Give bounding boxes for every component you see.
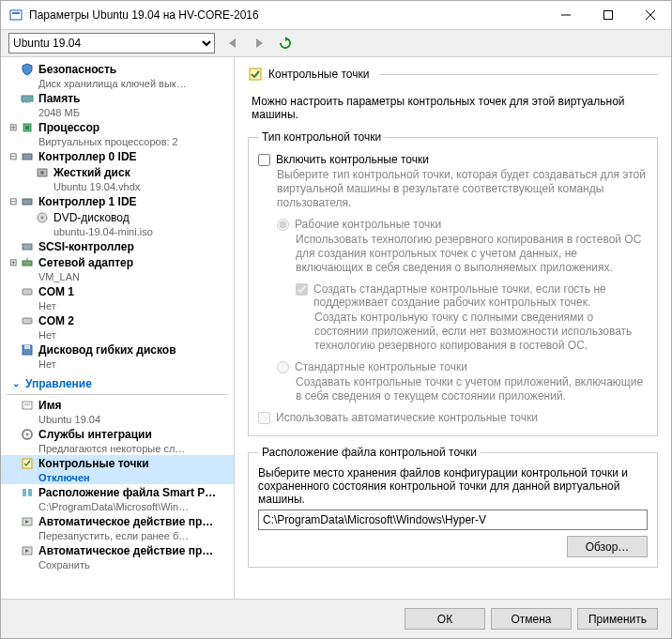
checkpoint-type-fieldset: Тип контрольной точки Включить контрольн… xyxy=(248,130,658,436)
tree-item[interactable]: DVD-дисководubuntu-19.04-mini.iso xyxy=(1,209,234,238)
tree-label: Автоматическое действие пр… xyxy=(38,544,213,557)
tree-item[interactable]: Дисковод гибких дисковНет xyxy=(1,342,234,371)
standard-checkpoints-row: Стандартные контрольные точки xyxy=(277,360,648,373)
expander-icon[interactable]: ⊞ xyxy=(7,122,20,132)
ok-button[interactable]: ОК xyxy=(405,608,485,630)
tree-row[interactable]: DVD-дисковод xyxy=(1,209,234,225)
tree-item[interactable]: Автоматическое действие пр…Перезапустить… xyxy=(1,513,234,542)
tree-row[interactable]: Автоматическое действие пр… xyxy=(1,513,234,529)
cancel-button[interactable]: Отмена xyxy=(491,608,572,630)
tree-row[interactable]: Безопасность xyxy=(1,61,234,77)
tree-row[interactable]: ⊟Контроллер 0 IDE xyxy=(1,148,234,164)
tree-sublabel: VM_LAN xyxy=(1,270,234,283)
sidebar[interactable]: БезопасностьДиск хранилища ключей вык…Па… xyxy=(1,57,235,599)
tree-row[interactable]: COM 2 xyxy=(1,312,234,328)
tree-label: Жесткий диск xyxy=(53,166,130,179)
tree-item[interactable]: БезопасностьДиск хранилища ключей вык… xyxy=(1,61,234,90)
management-section-header[interactable]: ⌄Управление xyxy=(7,373,228,395)
main-header: Контрольные точки xyxy=(248,67,658,82)
refresh-icon[interactable] xyxy=(277,35,294,52)
tree-label: Сетевой адаптер xyxy=(38,256,133,269)
tree-row[interactable]: COM 1 xyxy=(1,283,234,299)
expander-icon[interactable]: ⊟ xyxy=(7,196,20,206)
vm-select[interactable]: Ubuntu 19.04 xyxy=(8,33,215,53)
svg-rect-14 xyxy=(25,126,29,129)
tree-label: Память xyxy=(38,92,80,105)
tree-row[interactable]: Память xyxy=(1,90,234,106)
tree-label: Службы интеграции xyxy=(38,428,152,441)
tree-item[interactable]: Автоматическое действие пр…Сохранить xyxy=(1,542,234,571)
tree-row[interactable]: Жесткий диск xyxy=(1,164,234,180)
enable-checkpoints-row[interactable]: Включить контрольные точки xyxy=(258,153,648,166)
working-checkpoints-radio xyxy=(277,219,289,231)
tree-row[interactable]: ⊞Сетевой адаптер xyxy=(1,254,234,270)
section-label: Управление xyxy=(25,377,92,390)
svg-rect-9 xyxy=(22,96,33,101)
dvd-icon xyxy=(35,210,50,225)
tree-sublabel: Виртуальных процессоров: 2 xyxy=(1,135,234,148)
tree-item[interactable]: ⊟Контроллер 0 IDE xyxy=(1,148,234,164)
nav-back-icon[interactable] xyxy=(224,35,241,52)
tree-row[interactable]: SCSI-контроллер xyxy=(1,238,234,254)
tree-item[interactable]: COM 1Нет xyxy=(1,283,234,312)
smart-icon xyxy=(20,485,35,500)
tree-label: COM 2 xyxy=(38,314,74,327)
svg-rect-34 xyxy=(28,489,32,496)
expander-icon[interactable]: ⊟ xyxy=(7,151,20,161)
svg-rect-3 xyxy=(603,11,612,20)
svg-point-17 xyxy=(40,171,44,175)
tree-item[interactable]: ИмяUbuntu 19.04 xyxy=(1,397,234,426)
svg-point-20 xyxy=(41,216,44,219)
tree-label: Контрольные точки xyxy=(38,457,149,470)
apply-button[interactable]: Применить xyxy=(577,608,658,630)
tree-item[interactable]: Жесткий дискUbuntu 19.04.vhdx xyxy=(1,164,234,193)
tree-label: Контроллер 1 IDE xyxy=(38,195,137,208)
enable-checkpoints-checkbox[interactable] xyxy=(258,154,270,166)
tree-item[interactable]: ⊞ПроцессорВиртуальных процессоров: 2 xyxy=(1,119,234,148)
tree-label: Безопасность xyxy=(38,63,116,76)
expander-icon[interactable]: ⊞ xyxy=(7,257,20,267)
tree-row[interactable]: Автоматическое действие пр… xyxy=(1,542,234,558)
tree-label: Имя xyxy=(38,399,62,412)
net-icon xyxy=(20,255,35,270)
tree-sublabel: Предлагаются некоторые сл… xyxy=(1,442,234,455)
minimize-button[interactable] xyxy=(544,1,587,29)
maximize-button[interactable] xyxy=(587,1,629,29)
tree-item[interactable]: ⊟Контроллер 1 IDE xyxy=(1,193,234,209)
location-legend: Расположение файла контрольной точки xyxy=(258,446,481,459)
browse-button[interactable]: Обзор… xyxy=(567,536,648,557)
nav-forward-icon[interactable] xyxy=(251,35,267,52)
tree-sublabel: Отключен xyxy=(1,471,234,484)
location-help: Выберите место хранения файлов конфигура… xyxy=(258,466,648,506)
svg-rect-18 xyxy=(23,199,32,205)
titlebar: Параметры Ubuntu 19.04 на HV-CORE-2016 xyxy=(1,1,671,29)
tree-item[interactable]: COM 2Нет xyxy=(1,312,234,342)
svg-rect-21 xyxy=(23,244,32,250)
tree-row[interactable]: Имя xyxy=(1,397,234,413)
tree-item[interactable]: SCSI-контроллер xyxy=(1,238,234,254)
tree-item[interactable]: Службы интеграцииПредлагаются некоторые … xyxy=(1,426,234,455)
close-button[interactable] xyxy=(629,1,671,29)
fieldset-legend: Тип контрольной точки xyxy=(258,130,385,144)
tree-item[interactable]: Контрольные точкиОтключен xyxy=(1,455,234,484)
tree-label: Автоматическое действие пр… xyxy=(38,515,213,528)
standard-checkpoints-radio xyxy=(277,361,289,373)
tree-row[interactable]: Дисковод гибких дисков xyxy=(1,342,234,358)
tree-row[interactable]: Расположение файла Smart P… xyxy=(1,484,234,500)
tree-sublabel: Диск хранилища ключей вык… xyxy=(1,77,234,90)
tree-row[interactable]: Службы интеграции xyxy=(1,426,234,442)
svg-rect-15 xyxy=(23,154,32,160)
tree-item[interactable]: Расположение файла Smart P…C:\ProgramDat… xyxy=(1,484,234,513)
tree-item[interactable]: Память2048 МБ xyxy=(1,90,234,119)
location-path-input[interactable] xyxy=(258,510,648,530)
svg-rect-0 xyxy=(10,10,22,20)
tree-row[interactable]: ⊞Процессор xyxy=(1,119,234,135)
tree-item[interactable]: ⊞Сетевой адаптерVM_LAN xyxy=(1,254,234,283)
main-description: Можно настроить параметры контрольных то… xyxy=(252,95,658,121)
tree-row[interactable]: ⊟Контроллер 1 IDE xyxy=(1,193,234,209)
tree-label: DVD-дисковод xyxy=(53,211,130,224)
tree-row[interactable]: Контрольные точки xyxy=(1,455,234,471)
tree-label: Контроллер 0 IDE xyxy=(38,150,137,163)
tree-sublabel: Ubuntu 19.04 xyxy=(1,413,234,426)
auto-checkpoints-row: Использовать автоматические контрольные … xyxy=(258,411,648,424)
